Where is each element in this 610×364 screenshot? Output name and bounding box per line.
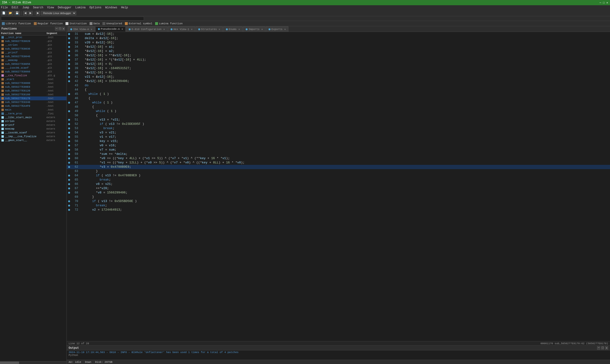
function-list-item[interactable]: __init_proc.init [0,36,66,39]
function-list-item[interactable]: sub_5858277E8036.plt [0,47,66,51]
function-list-item[interactable]: __imp___cxa_finalizeextern [0,135,66,138]
code-line[interactable]: 51 v13 = *v21; [67,118,610,122]
code-line[interactable]: 49 while ( 1 ) [67,109,610,113]
code-line[interactable]: 55 v1 = v17; [67,135,610,139]
panel-close-btn[interactable]: ✕ [62,27,65,30]
code-line[interactable]: 58 v7 = sum; [67,148,610,152]
minimize-button[interactable]: ─ [599,1,601,4]
function-list-item[interactable]: sub_5858277E8056.plt [0,62,66,66]
code-line[interactable]: 60 *v0 += ((*key + 4LL) + (*v1 >> 5)) ^ … [67,156,610,161]
function-list-item[interactable]: sub_5858277E9340.text [0,100,66,104]
tab-exports[interactable]: Exports✕ [266,26,288,32]
code-line[interactable]: 54 v3 = v21; [67,130,610,135]
code-line[interactable]: 31 sum = &v12[-16]; [67,32,610,36]
code-line[interactable]: 43 do [67,83,610,88]
function-list-item[interactable]: sub_5858277E8020.plt [0,39,66,43]
code-line[interactable]: 50 { [67,113,610,118]
maximize-button[interactable]: □ [603,1,605,4]
code-line[interactable]: 67 ++*v20; [67,186,610,191]
function-list-item[interactable]: sub_5858277E8046.plt [0,54,66,58]
tab-close-btn[interactable]: ✕ [163,28,165,31]
toolbar-save[interactable]: 💾 [14,11,20,15]
code-line[interactable]: 65 break; [67,178,610,182]
code-line[interactable]: 48 { [67,105,610,109]
tab-d-810-configuration[interactable]: D-810 Configuration✕ [126,26,167,32]
toolbar-back[interactable]: ◀ [23,11,27,15]
function-list-item[interactable]: __memcmp.plt [0,58,66,62]
function-list-item[interactable]: sub_5858277E80E0.text [0,85,66,89]
code-line[interactable]: 44 { [67,88,610,92]
tab-close-btn[interactable]: ✕ [238,28,240,31]
debugger-select[interactable]: Remote Linux debugger [41,11,76,15]
code-line[interactable]: 53 break; [67,126,610,130]
function-list-item[interactable]: __term_proc.fini [0,112,66,116]
function-list-item[interactable]: __isoc99_scanfextern [0,131,66,135]
code-line[interactable]: 63 } [67,169,610,173]
function-list-item[interactable]: _start.text [0,78,66,81]
function-list-item[interactable]: ___isoc99_scanf.plt [0,66,66,70]
nav-input[interactable] [1,17,144,21]
code-line[interactable]: 42 *&v12[-16] = 1566299406; [67,79,610,83]
toolbar-run[interactable]: ▶ [36,11,40,15]
output-min-btn[interactable]: ─ [597,346,600,350]
function-list-item[interactable]: memcmpextern [0,127,66,131]
menu-item-view[interactable]: View [47,6,54,9]
tab-close-btn[interactable]: ✕ [261,28,263,31]
code-line[interactable]: 37 *&v12[-16] = *(*&v12[-16] + 4LL); [67,58,610,62]
function-list-item[interactable]: sub_5858277E8066.plt [0,70,66,74]
function-list-item[interactable]: __printf.plt [0,51,66,54]
close-button[interactable]: ✕ [606,1,608,4]
function-list-item[interactable]: sub_5858277E8080.text [0,81,66,85]
toolbar-open[interactable]: 📂 [8,11,13,15]
tab-enums[interactable]: Enums✕ [223,26,243,32]
menu-item-help[interactable]: Help [121,6,128,9]
code-line[interactable]: 64 if ( v13 != 0x4788B9E9 ) [67,173,610,178]
code-line[interactable]: 32 delta = &v12[-16]; [67,36,610,40]
output-close-btn[interactable]: ✕ [605,346,608,350]
tab-ida-view-a[interactable]: IDA View-A✕ [68,26,95,32]
code-line[interactable]: 45 while ( 1 ) [67,92,610,96]
menu-item-file[interactable]: File [1,6,8,9]
menu-item-search[interactable]: Search [33,6,43,9]
code-view[interactable]: 31 sum = &v12[-16];32 delta = &v12[-16];… [67,32,610,341]
code-line[interactable]: 62 *v3 = 0x4788B9E9; [67,165,610,169]
code-line[interactable]: 72 v2 = 1724464913; [67,208,610,212]
function-list-item[interactable]: __gmon_start__extern [0,138,66,142]
tab-pseudocode-a[interactable]: Pseudocode-A✕ [95,26,126,32]
code-line[interactable]: 33 v20 = &v12[-16]; [67,40,610,45]
toolbar-new[interactable]: 📄 [1,11,7,15]
tab-hex-view-1[interactable]: Hex View-1✕ [168,26,195,32]
code-line[interactable]: 38 *&v12[-16] = 0; [67,62,610,66]
tab-structures[interactable]: Structures✕ [196,26,223,32]
sidebar-scrollbar-h[interactable] [0,361,66,364]
tab-close-btn[interactable]: ✕ [121,28,123,30]
function-list-item[interactable]: sub_5858277E8170.text [0,96,66,100]
code-line[interactable]: 70 if ( v13 != 0x5D5BD50E ) [67,199,610,203]
code-line[interactable]: 46 { [67,96,610,101]
code-line[interactable]: 40 *&v12[-16] = 0; [67,70,610,75]
code-line[interactable]: 68 *v8 = 1566299406; [67,191,610,195]
function-list-item[interactable]: sub_5858277E8160.text [0,93,66,96]
code-line[interactable]: 52 if ( v13 != 0x23DE895F ) [67,122,610,126]
code-line[interactable]: 66 v8 = v21; [67,182,610,186]
code-line[interactable]: 59 *sum += *delta; [67,152,610,156]
code-line[interactable]: 71 break; [67,203,610,208]
function-list-item[interactable]: __cxa_finalize.plt.g [0,74,66,78]
code-line[interactable]: 56 key = v15; [67,139,610,143]
code-line[interactable]: 39 *&v12[-16] = -1640531527; [67,66,610,70]
function-list-item[interactable]: strlenextern [0,119,66,123]
menu-item-jump[interactable]: Jump [22,6,29,9]
tab-close-btn[interactable]: ✕ [284,28,286,31]
function-list-item[interactable]: sub_5858277E8120.text [0,89,66,93]
panel-min-btn[interactable]: ─ [55,27,58,30]
menu-item-debugger[interactable]: Debugger [58,6,71,9]
function-list-item[interactable]: main.text [0,108,66,112]
tab-close-btn[interactable]: ✕ [191,28,193,31]
code-line[interactable]: 47 while ( 1 ) [67,101,610,105]
tab-imports[interactable]: Imports✕ [243,26,265,32]
menu-item-options[interactable]: Options [89,6,101,9]
function-list-item[interactable]: __libc_start_mainextern [0,116,66,119]
output-float-btn[interactable]: □ [601,346,604,350]
menu-item-windows[interactable]: Windows [105,6,117,9]
code-line[interactable]: 36 *&v12[-16] = **&v12[-16]; [67,53,610,58]
